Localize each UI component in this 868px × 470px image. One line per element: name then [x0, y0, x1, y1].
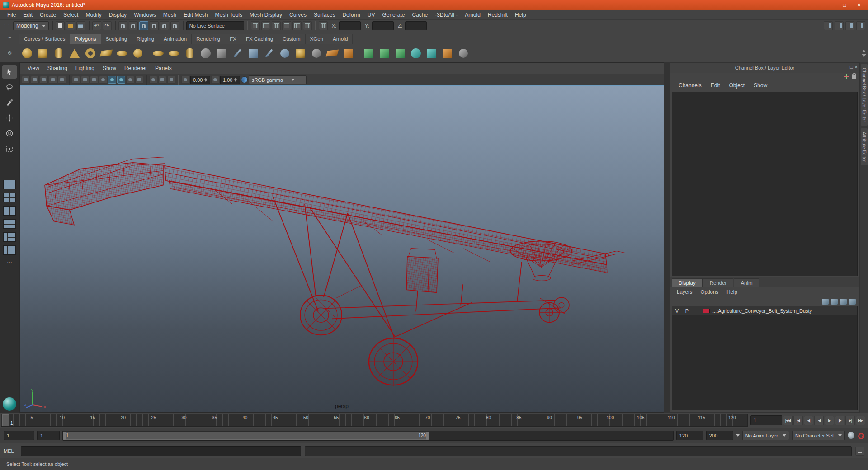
show-tool-settings-icon[interactable] [845, 21, 854, 30]
mirror-icon[interactable] [340, 46, 355, 61]
help-menu[interactable]: Help [722, 289, 741, 295]
shelf-tab-xgen[interactable]: XGen [306, 34, 328, 44]
use-all-lights-icon[interactable] [99, 76, 107, 84]
animation-start-field[interactable]: 1 [4, 431, 34, 440]
construction-history-icon[interactable] [272, 21, 281, 30]
close-button[interactable]: × [852, 0, 866, 10]
command-language-label[interactable]: MEL [4, 448, 17, 454]
two-pane-stacked-layout-button[interactable] [3, 219, 16, 229]
layer-list[interactable]: V P ...:Agriculture_Conveyor_Belt_System… [672, 306, 858, 410]
animation-end-field[interactable]: 200 [706, 431, 733, 440]
new-empty-layer-icon[interactable] [840, 299, 847, 305]
textured-icon[interactable] [90, 76, 98, 84]
two-pane-side-layout-button[interactable] [3, 206, 16, 216]
status-line-grip[interactable]: ⋮⋮ [3, 24, 11, 28]
poly-sphere-icon[interactable] [19, 46, 34, 61]
isolate-select-icon[interactable] [149, 76, 157, 84]
show-menu[interactable]: Show [750, 82, 771, 89]
animation-preferences-icon[interactable] [848, 432, 854, 439]
poly-superellipse-icon[interactable] [151, 46, 165, 61]
single-pane-layout-button[interactable] [3, 180, 16, 189]
layer-visibility-toggle[interactable]: V [672, 306, 682, 315]
step-forward-frame-button[interactable]: ▶| [845, 416, 855, 425]
layer-name[interactable]: ...:Agriculture_Conveyor_Belt_System_Dus… [712, 308, 812, 314]
node-editor-icon[interactable] [456, 46, 471, 61]
bridge-icon[interactable] [309, 46, 324, 61]
poly-cone-icon[interactable] [67, 46, 82, 61]
layers-menu[interactable]: Layers [673, 289, 697, 295]
menu-cache[interactable]: Cache [408, 10, 431, 20]
motion-blur-icon[interactable] [126, 76, 134, 84]
rotate-tool-icon[interactable] [2, 127, 17, 140]
chevron-down-icon[interactable] [736, 434, 740, 437]
poly-cylinder-icon[interactable] [51, 46, 66, 61]
tab-render[interactable]: Render [703, 278, 734, 287]
layer-color-swatch[interactable] [703, 309, 710, 313]
go-to-start-button[interactable]: |◀◀ [783, 416, 793, 425]
bevel-icon[interactable] [293, 46, 308, 61]
make-live-icon[interactable] [170, 21, 179, 30]
poly-platonic-icon[interactable] [214, 46, 229, 61]
script-editor-icon[interactable] [855, 446, 864, 456]
tab-anim[interactable]: Anim [734, 278, 759, 287]
new-scene-icon[interactable] [56, 21, 65, 30]
viewport-menu-lighting[interactable]: Lighting [71, 65, 99, 71]
current-frame-field[interactable]: 1 [750, 415, 782, 425]
snap-to-view-planes-icon[interactable] [160, 21, 169, 30]
channel-box-list[interactable] [672, 92, 858, 276]
redo-icon[interactable]: ↷ [103, 21, 112, 30]
step-back-key-button[interactable]: ◀| [804, 416, 813, 425]
layout-more-button[interactable]: … [7, 258, 12, 264]
range-end-handle[interactable] [426, 432, 429, 440]
poly-helix-icon[interactable] [182, 46, 197, 61]
playback-start-field[interactable]: 1 [37, 431, 60, 440]
menu-edit[interactable]: Edit [19, 10, 36, 20]
input-operations-icon[interactable] [251, 21, 260, 30]
menu-mesh-tools[interactable]: Mesh Tools [212, 10, 246, 20]
playback-end-field[interactable]: 120 [676, 431, 703, 440]
render-settings-icon[interactable] [303, 21, 312, 30]
go-to-end-button[interactable]: ▶▶| [856, 416, 865, 425]
menu-edit-mesh[interactable]: Edit Mesh [180, 10, 211, 20]
poly-cube-icon[interactable] [35, 46, 50, 61]
shelf-menu-icon[interactable]: ≡ [6, 35, 14, 41]
smooth-shade-icon[interactable] [81, 76, 89, 84]
four-pane-layout-button[interactable] [3, 193, 16, 202]
shelf-tab-fx[interactable]: FX [225, 34, 241, 44]
object-menu[interactable]: Object [725, 82, 749, 89]
menu-redshift[interactable]: Redshift [484, 10, 511, 20]
menu-uv[interactable]: UV [364, 10, 379, 20]
snap-to-curves-icon[interactable] [129, 21, 138, 30]
snap-to-grids-icon[interactable] [118, 21, 127, 30]
poly-disc-icon[interactable] [114, 46, 129, 61]
wireframe-icon[interactable] [72, 76, 80, 84]
lasso-tool-icon[interactable] [2, 80, 17, 94]
maximize-button[interactable]: □ [837, 0, 852, 10]
panel-header[interactable]: Channel Box / Layer Editor □ × [670, 63, 859, 73]
new-layer-from-selected-icon[interactable] [849, 299, 856, 305]
live-surface-field[interactable]: No Live Surface [186, 21, 244, 30]
menu-arnold[interactable]: Arnold [461, 10, 484, 20]
shelf-tab-polygons[interactable]: Polygons [70, 34, 101, 44]
menu-surfaces[interactable]: Surfaces [310, 10, 339, 20]
save-scene-icon[interactable] [76, 21, 85, 30]
target-weld-icon[interactable] [277, 46, 292, 61]
shelf-tab-curves-surfaces[interactable]: Curves / Surfaces [19, 34, 70, 44]
channels-menu[interactable]: Channels [675, 82, 706, 89]
step-back-frame-button[interactable]: |◀ [793, 416, 803, 425]
poly-plane-icon[interactable] [99, 46, 113, 61]
menu-mesh-display[interactable]: Mesh Display [246, 10, 286, 20]
y-input[interactable] [372, 21, 394, 30]
output-operations-icon[interactable] [261, 21, 270, 30]
paint-select-tool-icon[interactable] [2, 96, 17, 109]
menu-display[interactable]: Display [105, 10, 130, 20]
gamma-icon[interactable] [211, 76, 219, 84]
viewport-menu-view[interactable]: View [24, 65, 43, 71]
exposure-icon[interactable] [181, 76, 189, 84]
dock-icon[interactable]: □ [850, 64, 853, 70]
menu-windows[interactable]: Windows [130, 10, 160, 20]
shelf-gear-icon[interactable]: ⚙ [6, 50, 14, 56]
x-input[interactable] [339, 21, 361, 30]
shelf-scroll-down-icon[interactable] [862, 54, 866, 57]
open-scene-icon[interactable] [66, 21, 75, 30]
